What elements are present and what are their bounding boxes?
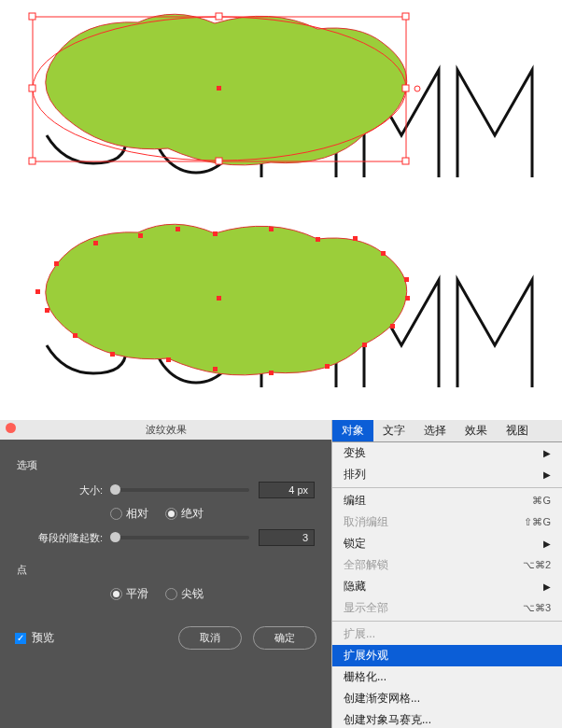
slider-knob-icon[interactable] bbox=[110, 532, 120, 542]
chevron-right-icon: ▶ bbox=[543, 469, 551, 480]
menu-object[interactable]: 对象 bbox=[332, 420, 373, 441]
point-section-label: 点 bbox=[17, 563, 315, 577]
svg-rect-5 bbox=[402, 85, 409, 91]
svg-rect-31 bbox=[176, 227, 180, 231]
mi-rasterize[interactable]: 栅格化... bbox=[332, 666, 562, 688]
center-point bbox=[217, 296, 221, 301]
dialog-title: 波纹效果 bbox=[0, 420, 331, 440]
svg-rect-27 bbox=[35, 289, 40, 294]
chevron-right-icon: ▶ bbox=[543, 539, 551, 549]
svg-rect-8 bbox=[402, 158, 409, 164]
menu-effect[interactable]: 效果 bbox=[456, 420, 497, 441]
size-label: 大小: bbox=[17, 483, 103, 497]
svg-rect-20 bbox=[325, 364, 330, 369]
mi-arrange[interactable]: 排列▶ bbox=[332, 464, 562, 485]
menu-view[interactable]: 视图 bbox=[497, 420, 538, 441]
mi-transform[interactable]: 变换▶ bbox=[332, 442, 562, 464]
canvas-after bbox=[0, 210, 562, 420]
svg-rect-28 bbox=[54, 261, 59, 266]
separator bbox=[332, 487, 562, 488]
mi-unlock: 全部解锁⌥⌘2 bbox=[332, 554, 562, 576]
mi-showall: 显示全部⌥⌘3 bbox=[332, 597, 562, 619]
radio-corner[interactable]: 尖锐 bbox=[165, 586, 204, 602]
menu-text[interactable]: 文字 bbox=[373, 420, 414, 441]
mi-group[interactable]: 编组⌘G bbox=[332, 490, 562, 511]
mi-expand: 扩展... bbox=[332, 623, 562, 645]
svg-rect-19 bbox=[362, 343, 367, 347]
mi-expand-appearance[interactable]: 扩展外观 bbox=[332, 645, 562, 666]
svg-rect-13 bbox=[316, 237, 320, 242]
svg-rect-29 bbox=[93, 241, 98, 245]
blob-shape[interactable] bbox=[46, 224, 407, 375]
svg-rect-6 bbox=[29, 158, 35, 164]
menu-select[interactable]: 选择 bbox=[414, 420, 456, 441]
svg-rect-30 bbox=[138, 233, 143, 238]
object-menu: 对象 文字 选择 效果 视图 变换▶ 排列▶ 编组⌘G 取消编组⇧⌘G 锁定▶ … bbox=[331, 420, 562, 728]
svg-rect-16 bbox=[404, 277, 409, 282]
svg-rect-4 bbox=[29, 85, 35, 91]
close-icon[interactable] bbox=[6, 423, 16, 433]
svg-rect-3 bbox=[402, 13, 409, 20]
ridges-slider[interactable] bbox=[110, 536, 249, 539]
radio-smooth[interactable]: 平滑 bbox=[110, 586, 148, 602]
mi-lock[interactable]: 锁定▶ bbox=[332, 533, 562, 554]
center-point bbox=[217, 86, 221, 91]
ok-button[interactable]: 确定 bbox=[253, 626, 316, 650]
svg-rect-12 bbox=[269, 227, 274, 231]
chevron-right-icon: ▶ bbox=[543, 581, 551, 592]
svg-rect-21 bbox=[269, 371, 274, 375]
blob-shape[interactable] bbox=[46, 14, 407, 165]
ridges-field[interactable]: 3 bbox=[259, 529, 315, 546]
menu-bar: 对象 文字 选择 效果 视图 bbox=[332, 420, 562, 442]
svg-rect-17 bbox=[405, 296, 410, 301]
svg-rect-11 bbox=[213, 231, 218, 236]
svg-rect-23 bbox=[166, 357, 171, 362]
svg-rect-7 bbox=[216, 158, 222, 164]
size-slider[interactable] bbox=[110, 488, 249, 492]
slider-knob-icon[interactable] bbox=[110, 484, 120, 495]
ripple-effect-dialog: 波纹效果 选项 大小: 4 px 相对 绝对 每段的隆起数: 3 点 平滑 尖锐… bbox=[0, 420, 331, 728]
radio-relative[interactable]: 相对 bbox=[110, 506, 148, 522]
svg-rect-24 bbox=[110, 352, 115, 357]
preview-label: 预览 bbox=[32, 630, 54, 646]
cancel-button[interactable]: 取消 bbox=[178, 626, 242, 650]
size-field[interactable]: 4 px bbox=[259, 482, 315, 498]
ridges-label: 每段的隆起数: bbox=[17, 531, 103, 545]
mi-mosaic[interactable]: 创建对象马赛克... bbox=[332, 709, 562, 728]
svg-rect-25 bbox=[73, 333, 77, 338]
svg-rect-14 bbox=[353, 236, 358, 241]
preview-checkbox[interactable]: ✓ bbox=[15, 633, 26, 644]
svg-rect-26 bbox=[45, 308, 49, 313]
separator bbox=[332, 621, 562, 622]
svg-rect-2 bbox=[216, 13, 222, 20]
radio-absolute[interactable]: 绝对 bbox=[165, 506, 204, 522]
svg-rect-22 bbox=[213, 367, 218, 371]
canvas-before bbox=[0, 0, 562, 210]
mi-hide[interactable]: 隐藏▶ bbox=[332, 576, 562, 597]
svg-rect-1 bbox=[29, 13, 35, 20]
mi-gradient-mesh[interactable]: 创建渐变网格... bbox=[332, 688, 562, 709]
mi-ungroup: 取消编组⇧⌘G bbox=[332, 511, 562, 533]
options-section-label: 选项 bbox=[17, 458, 315, 472]
chevron-right-icon: ▶ bbox=[543, 448, 551, 458]
svg-rect-18 bbox=[390, 324, 395, 329]
svg-rect-15 bbox=[381, 251, 386, 256]
svg-point-9 bbox=[414, 86, 420, 91]
